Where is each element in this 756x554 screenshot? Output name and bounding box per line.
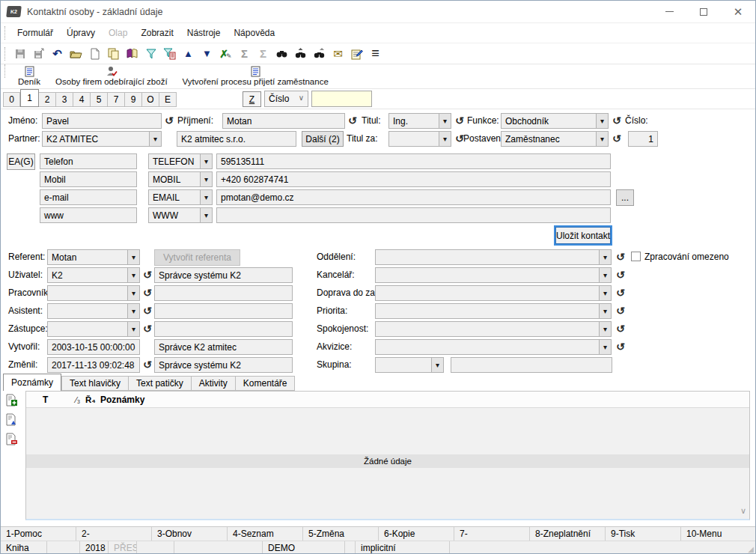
filter-icon[interactable]	[141, 46, 160, 61]
toolbar-grip[interactable]	[4, 47, 5, 61]
move-up-icon[interactable]	[179, 46, 198, 61]
dropdown-arrow-icon[interactable]	[200, 172, 212, 186]
history-icon[interactable]	[143, 287, 154, 299]
contact-name-field[interactable]: www	[40, 207, 137, 223]
contact-value-field[interactable]: +420 602874741	[216, 171, 611, 187]
tab-komentare[interactable]: Komentáře	[236, 376, 296, 391]
contact-type-select[interactable]: EMAIL	[148, 189, 213, 205]
copy-documents-icon[interactable]	[104, 46, 123, 61]
history-icon[interactable]	[143, 323, 154, 335]
dropdown-arrow-icon[interactable]	[596, 132, 608, 146]
contact-name-field[interactable]: Telefon	[40, 153, 137, 169]
pracovnik-full-field[interactable]	[154, 285, 293, 301]
skupina-select[interactable]	[375, 357, 444, 373]
filter-document-icon[interactable]	[160, 46, 179, 61]
history-icon[interactable]	[616, 270, 627, 281]
dropdown-arrow-icon[interactable]	[439, 132, 451, 146]
dropdown-arrow-icon[interactable]	[431, 358, 443, 372]
history-icon[interactable]	[616, 323, 627, 335]
record-tab-7[interactable]: 7	[108, 92, 125, 107]
record-tab-4[interactable]: 4	[73, 92, 91, 107]
partner-select[interactable]: K2 ATMITEC	[42, 131, 162, 147]
close-button[interactable]: ✕	[721, 1, 755, 22]
save-icon[interactable]	[10, 46, 29, 61]
column-header-poznamky[interactable]: Poznámky	[100, 392, 144, 408]
edit-note-button[interactable]	[5, 413, 22, 428]
osoby-firem-button[interactable]: Osoby firem odebírající zboží	[48, 64, 175, 88]
cislo-field[interactable]: 1	[628, 131, 658, 147]
mail-icon[interactable]	[329, 46, 347, 61]
zastupce-select[interactable]	[47, 321, 140, 337]
fn-3-obnov[interactable]: 3-Obnov	[152, 527, 228, 541]
skupina-text-field[interactable]	[451, 357, 612, 373]
toolbar-grip[interactable]	[4, 26, 5, 40]
fn-5-zmena[interactable]: 5-Změna	[303, 527, 379, 541]
contact-name-field[interactable]: Mobil	[40, 171, 137, 187]
lookup-field-select[interactable]: Číslo	[264, 91, 308, 107]
history-icon[interactable]	[616, 341, 627, 353]
lookup-search-input[interactable]	[311, 91, 372, 107]
record-tab-9[interactable]: 9	[125, 92, 142, 107]
undo-icon[interactable]	[48, 46, 67, 61]
history-icon[interactable]	[612, 115, 624, 127]
fn-2[interactable]: 2-	[76, 527, 152, 541]
priorita-select[interactable]	[375, 303, 612, 319]
postaveni-select[interactable]: Zaměstnanec	[501, 131, 609, 147]
delete-note-button[interactable]	[5, 433, 22, 448]
jmeno-field[interactable]: Pavel	[42, 113, 162, 129]
new-document-icon[interactable]	[85, 46, 104, 61]
contact-value-field[interactable]	[216, 207, 611, 223]
fn-6-kopie[interactable]: 6-Kopie	[379, 527, 454, 541]
dropdown-arrow-icon[interactable]	[200, 190, 212, 204]
history-icon[interactable]	[143, 270, 154, 281]
menu-zobrazit[interactable]: Zobrazit	[134, 25, 180, 41]
spokojenost-select[interactable]	[375, 321, 612, 337]
column-header-type[interactable]: T	[43, 392, 48, 408]
record-tab-2[interactable]: 2	[39, 92, 56, 107]
menu-upravy[interactable]: Úpravy	[60, 25, 102, 41]
dropdown-arrow-icon[interactable]	[599, 268, 611, 282]
uzivatel-select[interactable]: K2	[47, 267, 140, 283]
fn-7[interactable]: 7-	[454, 527, 530, 541]
dropdown-arrow-icon[interactable]	[127, 250, 139, 264]
dropdown-arrow-icon[interactable]	[599, 340, 611, 354]
dropdown-arrow-icon[interactable]	[599, 286, 611, 300]
tab-aktivity[interactable]: Aktivity	[192, 376, 236, 391]
menu-nastroje[interactable]: Nástroje	[180, 25, 228, 41]
record-tab-3[interactable]: 3	[56, 92, 73, 107]
column-header-sort1[interactable]: ⁄₃	[76, 392, 80, 408]
fn-10-menu[interactable]: 10-Menu	[681, 527, 755, 541]
history-icon[interactable]	[616, 287, 627, 299]
funkce-select[interactable]: Obchodník	[501, 113, 609, 129]
dropdown-arrow-icon[interactable]	[127, 286, 139, 300]
dropdown-arrow-icon[interactable]	[127, 304, 139, 318]
dropdown-arrow-icon[interactable]	[599, 304, 611, 318]
asistent-select[interactable]	[47, 303, 140, 319]
save-as-icon[interactable]	[29, 46, 48, 61]
toolbar-grip[interactable]	[4, 64, 5, 78]
tab-text-hlavicky[interactable]: Text hlavičky	[61, 376, 129, 391]
dropdown-arrow-icon[interactable]	[127, 268, 139, 282]
fn-1-pomoc[interactable]: 1-Pomoc	[1, 527, 76, 541]
history-icon[interactable]	[612, 133, 624, 145]
history-icon[interactable]	[616, 252, 627, 264]
fn-8-zneplatneni[interactable]: 8-Zneplatnění	[530, 527, 606, 541]
move-down-icon[interactable]	[198, 46, 216, 61]
book-icon[interactable]	[123, 46, 141, 61]
zastupce-full-field[interactable]	[154, 321, 293, 337]
dropdown-arrow-icon[interactable]	[200, 208, 212, 222]
asistent-full-field[interactable]	[154, 303, 293, 319]
record-tab-0[interactable]: 0	[3, 92, 20, 107]
record-tab-O[interactable]: O	[142, 92, 159, 107]
contact-type-select[interactable]: MOBIL	[148, 171, 213, 187]
prijmeni-field[interactable]: Motan	[222, 113, 345, 129]
dropdown-arrow-icon[interactable]	[149, 132, 161, 146]
menu-napoveda[interactable]: Nápověda	[227, 25, 281, 41]
tab-text-paticky[interactable]: Text patičky	[129, 376, 192, 391]
contact-value-field[interactable]: 595135111	[216, 153, 611, 169]
ea-button[interactable]: EA(G)	[7, 153, 35, 170]
akvizice-select[interactable]	[375, 339, 612, 355]
uzivatel-full-field[interactable]: Správce systému K2	[154, 267, 293, 283]
menu-list-icon[interactable]	[366, 46, 385, 61]
dropdown-arrow-icon[interactable]	[599, 322, 611, 336]
